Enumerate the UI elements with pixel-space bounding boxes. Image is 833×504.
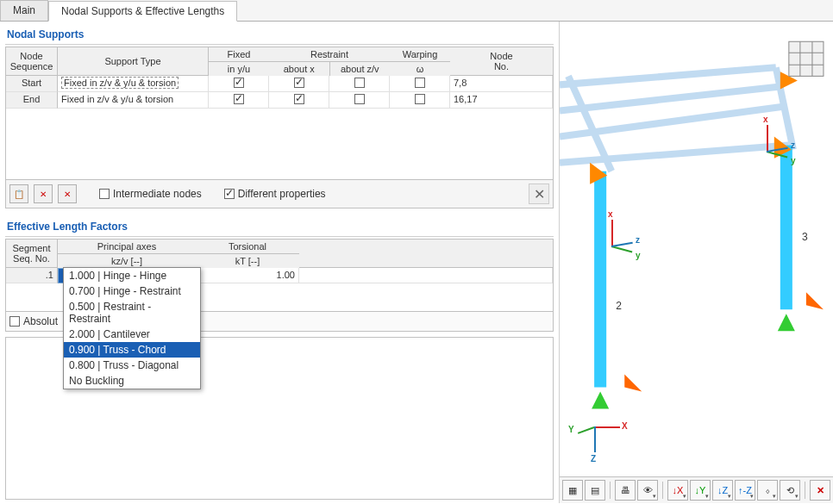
col-torsional: Torsional [196, 240, 299, 254]
right-panel: 2 3 x y z [559, 22, 833, 503]
visibility-button[interactable]: 👁▾ [637, 480, 658, 501]
col-restraint-x: about x [269, 62, 330, 76]
col-fixed-yu: in y/u [209, 62, 269, 76]
nodal-supports-grid: NodeSequence Support Type Fixed in y/u R… [5, 47, 554, 180]
dropdown-option[interactable]: 0.700 | Hinge - Restraint [64, 283, 200, 299]
dropdown-option[interactable]: 0.800 | Truss - Diagonal [64, 358, 200, 373]
close-icon[interactable]: ✕ [529, 184, 549, 204]
tool-copy-button[interactable]: 📋 [9, 184, 28, 203]
cell-fixed[interactable] [209, 76, 269, 92]
cell-rx[interactable] [269, 92, 329, 109]
tab-bar: Main Nodal Supports & Effective Lengths [0, 0, 833, 22]
dropdown-option[interactable]: 2.000 | Cantilever [64, 327, 200, 342]
checkbox-icon[interactable] [294, 78, 304, 88]
seg-no: .1 [6, 268, 58, 283]
checkbox-icon[interactable] [354, 94, 365, 104]
cell-rx[interactable] [269, 76, 329, 92]
absolute-label: Absolut [23, 315, 58, 327]
checkbox-icon[interactable] [99, 189, 110, 199]
view-y-button[interactable]: ↓Y▾ [690, 480, 711, 501]
cell-warp[interactable] [390, 92, 450, 109]
nodal-supports-title: Nodal Supports [5, 25, 554, 45]
checkbox-icon[interactable] [224, 189, 235, 199]
svg-line-3 [560, 146, 789, 163]
grid-header: NodeSequence Support Type Fixed in y/u R… [6, 47, 553, 76]
row-type[interactable]: Fixed in z/v & y/u & torsion [58, 76, 209, 92]
svg-line-0 [560, 67, 776, 84]
col-node-sequence: NodeSequence [10, 51, 53, 72]
col-restraint: Restraint [269, 47, 390, 62]
checkbox-icon[interactable] [9, 316, 20, 327]
dropdown-option[interactable]: No Buckling [64, 373, 200, 389]
left-panel: Nodal Supports NodeSequence Support Type… [0, 22, 559, 503]
reset-view-button[interactable]: ✕ [810, 480, 830, 501]
different-label: Different properties [238, 188, 326, 200]
checkbox-icon[interactable] [354, 78, 365, 88]
view-z-button[interactable]: ↓Z▾ [712, 480, 733, 501]
cell-node: 7,8 [450, 76, 553, 92]
col-support-type: Support Type [58, 47, 209, 76]
model-svg: 2 3 [560, 22, 833, 476]
row-type[interactable]: Fixed in z/v & y/u & torsion [58, 92, 209, 109]
cell-rzv[interactable] [329, 92, 390, 109]
row-seq: End [6, 92, 58, 109]
grid-body: Start Fixed in z/v & y/u & torsion 7,8 E… [6, 76, 553, 179]
checkbox-icon[interactable] [234, 94, 244, 104]
table-row[interactable]: End Fixed in z/v & y/u & torsion 16,17 [6, 92, 553, 109]
svg-text:3: 3 [802, 231, 808, 243]
kzv-dropdown-list[interactable]: 1.000 | Hinge - Hinge 0.700 | Hinge - Re… [63, 267, 201, 389]
view-mode-2-button[interactable]: ▤ [585, 480, 605, 501]
row-seq: Start [6, 76, 58, 92]
view-mode-1-button[interactable]: ▦ [562, 480, 583, 501]
col-restraint-zv: about z/v [330, 62, 391, 76]
intermediate-nodes-check[interactable]: Intermediate nodes [99, 188, 202, 200]
cell-node: 16,17 [450, 92, 553, 109]
eff-section: Effective Length Factors SegmentSeq. No.… [5, 217, 554, 332]
col-principal: Principal axes [58, 240, 196, 254]
svg-rect-17 [789, 41, 824, 76]
col-fixed: Fixed [209, 47, 269, 62]
view-negz-button[interactable]: ↑-Z▾ [735, 480, 755, 501]
col-warping-omega: ω [390, 62, 450, 76]
tab-nodal-supports[interactable]: Nodal Supports & Effective Lengths [48, 1, 237, 22]
different-properties-check[interactable]: Different properties [224, 188, 326, 200]
dropdown-option[interactable]: 1.000 | Hinge - Hinge [64, 268, 200, 283]
supports-footer: 📋 ✕ ✕ Intermediate nodes Different prope… [5, 180, 554, 208]
eff-title: Effective Length Factors [5, 217, 554, 237]
view-iso-button[interactable]: ⬨▾ [757, 480, 778, 501]
svg-marker-8 [592, 392, 609, 409]
svg-marker-14 [806, 292, 824, 309]
checkbox-icon[interactable] [234, 78, 244, 88]
viewport-3d[interactable]: 2 3 x y z [560, 22, 833, 476]
svg-rect-6 [594, 171, 606, 388]
svg-line-1 [560, 86, 780, 110]
svg-marker-13 [624, 374, 642, 391]
view-free-button[interactable]: ⟲▾ [780, 480, 800, 501]
kt-value[interactable]: 1.00 [196, 268, 299, 283]
view-x-button[interactable]: ↓X▾ [667, 480, 688, 501]
col-node-no: NodeNo. [490, 51, 512, 72]
col-kt: kT [--] [196, 254, 299, 268]
svg-marker-9 [778, 314, 795, 331]
tool-delete-row-button[interactable]: ✕ [34, 184, 53, 203]
svg-text:2: 2 [616, 300, 622, 312]
print-button[interactable]: 🖶 [615, 480, 636, 501]
dropdown-option[interactable]: 0.900 | Truss - Chord [64, 342, 200, 358]
checkbox-icon[interactable] [415, 78, 425, 88]
checkbox-icon[interactable] [415, 94, 425, 104]
table-row[interactable]: Start Fixed in z/v & y/u & torsion 7,8 [6, 76, 553, 92]
dropdown-option[interactable]: 0.500 | Restraint - Restraint [64, 299, 200, 327]
col-warping: Warping [390, 47, 450, 62]
viewport-toolbar: ▦ ▤ 🖶 👁▾ ↓X▾ ↓Y▾ ↓Z▾ ↑-Z▾ ⬨▾ ⟲▾ ✕ [560, 476, 833, 503]
tool-delete-all-button[interactable]: ✕ [58, 184, 77, 203]
cell-fixed[interactable] [209, 92, 269, 109]
svg-rect-7 [780, 146, 792, 310]
cell-rzv[interactable] [329, 76, 390, 92]
intermediate-label: Intermediate nodes [113, 188, 202, 200]
tab-main[interactable]: Main [0, 0, 48, 21]
cell-warp[interactable] [390, 76, 450, 92]
col-kzv: kz/v [--] [58, 254, 196, 268]
checkbox-icon[interactable] [294, 94, 304, 104]
col-segment: SegmentSeq. No. [12, 243, 50, 264]
